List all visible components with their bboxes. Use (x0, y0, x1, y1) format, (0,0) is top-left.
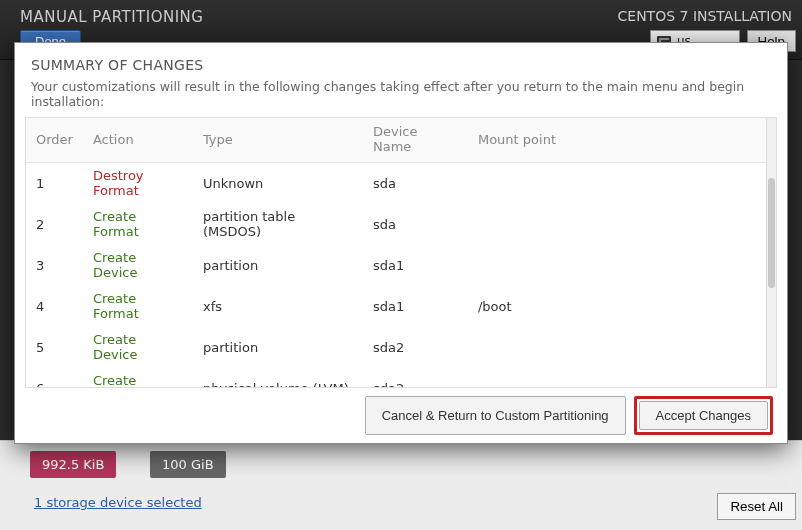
available-space-chip: 992.5 KiB (30, 451, 116, 478)
cell-device: sda1 (363, 245, 468, 286)
table-row[interactable]: 5Create Devicepartitionsda2 (26, 327, 766, 368)
table-row[interactable]: 4Create Formatxfssda1/boot (26, 286, 766, 327)
cell-action: Create Device (83, 327, 193, 368)
table-row[interactable]: 3Create Devicepartitionsda1 (26, 245, 766, 286)
total-space-chip: 100 GiB (150, 451, 226, 478)
cell-device: sda2 (363, 327, 468, 368)
col-action[interactable]: Action (83, 118, 193, 163)
table-row[interactable]: 1Destroy FormatUnknownsda (26, 163, 766, 204)
cell-order: 5 (26, 327, 83, 368)
cell-type: Unknown (193, 163, 363, 204)
summary-of-changes-dialog: SUMMARY OF CHANGES Your customizations w… (14, 42, 788, 444)
vertical-scrollbar[interactable] (766, 118, 776, 387)
cancel-button[interactable]: Cancel & Return to Custom Partitioning (365, 396, 626, 435)
col-type[interactable]: Type (193, 118, 363, 163)
col-device[interactable]: Device Name (363, 118, 468, 163)
cell-type: partition table (MSDOS) (193, 204, 363, 245)
cell-mount (468, 163, 766, 204)
col-order[interactable]: Order (26, 118, 83, 163)
storage-summary-bar: 992.5 KiB 100 GiB 1 storage device selec… (0, 440, 802, 530)
cell-device: sda (363, 204, 468, 245)
cell-action: Destroy Format (83, 163, 193, 204)
cell-type: partition (193, 245, 363, 286)
cell-mount (468, 245, 766, 286)
table-row[interactable]: 6Create Formatphysical volume (LVM)sda2 (26, 368, 766, 388)
cell-device: sda2 (363, 368, 468, 388)
dialog-button-row: Cancel & Return to Custom Partitioning A… (25, 388, 777, 437)
cell-action: Create Format (83, 368, 193, 388)
cell-mount (468, 204, 766, 245)
cell-mount (468, 368, 766, 388)
cell-type: physical volume (LVM) (193, 368, 363, 388)
cell-device: sda (363, 163, 468, 204)
accept-changes-button[interactable]: Accept Changes (639, 401, 768, 430)
cell-mount (468, 327, 766, 368)
cell-mount: /boot (468, 286, 766, 327)
cell-type: xfs (193, 286, 363, 327)
table-header-row: Order Action Type Device Name Mount poin… (26, 118, 766, 163)
page-title: MANUAL PARTITIONING (20, 8, 203, 26)
cell-type: partition (193, 327, 363, 368)
cell-device: sda1 (363, 286, 468, 327)
cell-action: Create Format (83, 204, 193, 245)
dialog-description: Your customizations will result in the f… (31, 79, 771, 109)
cell-order: 6 (26, 368, 83, 388)
table-row[interactable]: 2Create Formatpartition table (MSDOS)sda (26, 204, 766, 245)
reset-all-button[interactable]: Reset All (717, 493, 796, 520)
storage-devices-link[interactable]: 1 storage device selected (34, 495, 202, 510)
col-mount[interactable]: Mount point (468, 118, 766, 163)
cell-action: Create Device (83, 245, 193, 286)
cell-action: Create Format (83, 286, 193, 327)
cell-order: 1 (26, 163, 83, 204)
dialog-title: SUMMARY OF CHANGES (31, 57, 771, 73)
cell-order: 3 (26, 245, 83, 286)
accept-highlight: Accept Changes (634, 396, 773, 435)
changes-table: Order Action Type Device Name Mount poin… (26, 118, 766, 387)
installer-title: CENTOS 7 INSTALLATION (618, 8, 792, 24)
changes-table-wrap: Order Action Type Device Name Mount poin… (25, 117, 777, 388)
cell-order: 4 (26, 286, 83, 327)
cell-order: 2 (26, 204, 83, 245)
